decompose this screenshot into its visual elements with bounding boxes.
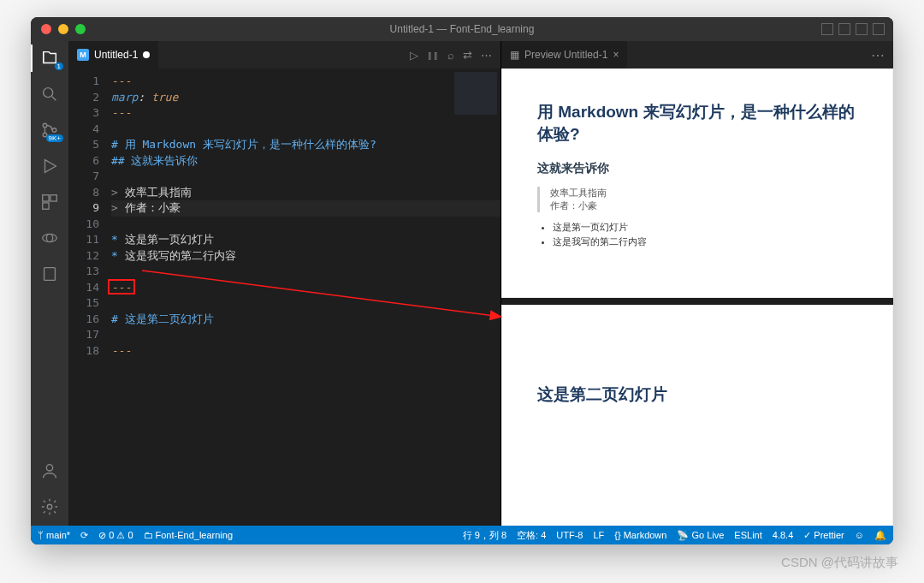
search-icon[interactable]	[39, 84, 60, 104]
status-bar: ᛘ main* ⟳ ⊘ 0 ⚠ 0 🗀 Font-End_learning 行 …	[31, 526, 893, 544]
cursor-position[interactable]: 行 9，列 8	[463, 529, 506, 542]
titlebar: Untitled-1 — Font-End_learning	[31, 17, 893, 41]
svg-point-0	[44, 88, 53, 98]
svg-rect-5	[50, 195, 56, 201]
editor-tab[interactable]: M Untitled-1	[68, 41, 158, 68]
run-icon[interactable]: ▷	[410, 49, 418, 62]
compare-icon[interactable]: ⇄	[463, 49, 472, 62]
svg-rect-6	[43, 203, 49, 209]
tab-label: Untitled-1	[94, 49, 138, 61]
window-title: Untitled-1 — Font-End_learning	[390, 23, 535, 35]
preview-icon[interactable]: ⌕	[447, 49, 454, 62]
activity-bar: 1 9K+	[31, 41, 68, 526]
svg-rect-4	[43, 195, 49, 201]
slides-container[interactable]: 用 Markdown 来写幻灯片，是一种什么样的体验? 这就来告诉你 效率工具指…	[501, 68, 893, 526]
layout-controls[interactable]	[821, 23, 885, 35]
more-icon[interactable]: ⋯	[481, 49, 492, 62]
annotation-highlight	[108, 279, 135, 294]
svg-point-11	[47, 504, 52, 509]
split-icon[interactable]: ⫿⫿	[427, 49, 439, 62]
slide-quote: 效率工具指南 作者：小豪	[537, 187, 857, 212]
slide-heading: 用 Markdown 来写幻灯片，是一种什么样的体验?	[537, 101, 857, 146]
settings-icon[interactable]	[39, 497, 60, 517]
minimize-button[interactable]	[58, 24, 68, 34]
feedback-icon[interactable]: ☺	[855, 530, 864, 540]
slide-heading: 这是第二页幻灯片	[537, 384, 857, 406]
encoding-indicator[interactable]: UTF-8	[556, 530, 583, 540]
watermark: CSDN @代码讲故事	[781, 555, 898, 571]
indent-indicator[interactable]: 空格: 4	[517, 529, 546, 542]
slide-list: 这是第一页幻灯片 这是我写的第二行内容	[537, 221, 857, 248]
editor-pane: M Untitled-1 ▷ ⫿⫿ ⌕ ⇄ ⋯ 1234567891011121…	[68, 41, 500, 526]
prettier-indicator[interactable]: ✓ Prettier	[803, 530, 844, 541]
maximize-button[interactable]	[75, 24, 86, 34]
sync-button[interactable]: ⟳	[80, 530, 88, 541]
file-icon[interactable]	[39, 264, 60, 284]
source-control-icon[interactable]: 9K+	[39, 120, 60, 140]
problems-indicator[interactable]: ⊘ 0 ⚠ 0	[98, 530, 133, 541]
svg-point-3	[52, 128, 56, 133]
slide-1: 用 Markdown 来写幻灯片，是一种什么样的体验? 这就来告诉你 效率工具指…	[501, 68, 893, 298]
svg-point-10	[46, 465, 52, 471]
svg-point-1	[43, 123, 47, 128]
eol-indicator[interactable]: LF	[593, 530, 604, 540]
slide-subheading: 这就来告诉你	[537, 161, 857, 176]
branch-indicator[interactable]: ᛘ main*	[38, 530, 70, 540]
account-icon[interactable]	[39, 461, 60, 481]
preview-file-icon: ▦	[510, 49, 519, 61]
preview-tab[interactable]: ▦ Preview Untitled-1 ×	[501, 41, 627, 68]
version-indicator[interactable]: 4.8.4	[773, 530, 793, 540]
run-debug-icon[interactable]	[39, 156, 60, 176]
explorer-icon[interactable]: 1	[39, 48, 60, 68]
more-icon[interactable]: ⋯	[871, 48, 885, 62]
eslint-indicator[interactable]: ESLint	[734, 530, 761, 540]
code-editor[interactable]: 123456789101112131415161718 ---marp: tru…	[68, 68, 500, 526]
svg-point-7	[43, 234, 57, 241]
svg-point-8	[46, 234, 52, 241]
folder-indicator[interactable]: 🗀 Font-End_learning	[144, 530, 234, 540]
language-indicator[interactable]: {} Markdown	[614, 530, 666, 540]
go-live-button[interactable]: 📡 Go Live	[677, 530, 724, 541]
notifications-icon[interactable]: 🔔	[874, 530, 886, 541]
markdown-file-icon: M	[77, 49, 89, 61]
svg-rect-9	[44, 268, 56, 281]
editor-tab-bar: M Untitled-1 ▷ ⫿⫿ ⌕ ⇄ ⋯	[68, 41, 500, 68]
extensions-icon[interactable]	[39, 192, 60, 212]
close-button[interactable]	[41, 24, 51, 34]
preview-pane: ▦ Preview Untitled-1 × ⋯ 用 Markdown 来写幻灯…	[500, 41, 893, 526]
slide-2: 这是第二页幻灯片	[501, 305, 893, 526]
close-icon[interactable]: ×	[613, 49, 619, 61]
minimap[interactable]	[454, 72, 497, 115]
unsaved-dot-icon	[143, 51, 150, 58]
remote-icon[interactable]	[39, 228, 60, 248]
